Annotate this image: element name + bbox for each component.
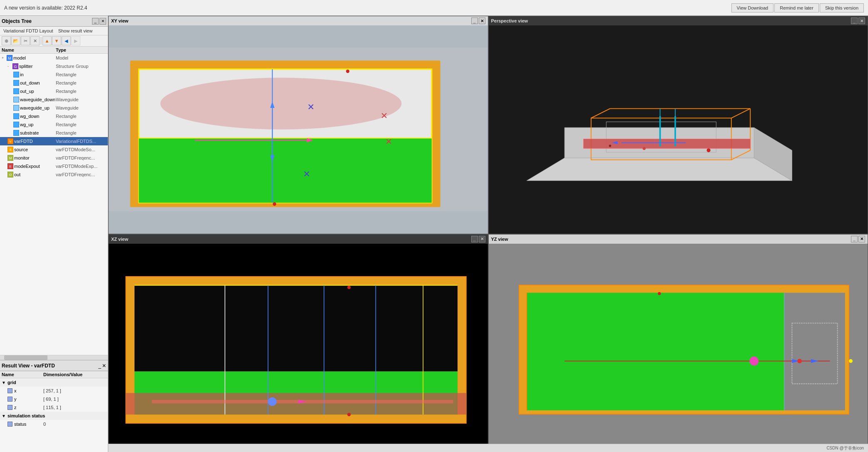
tree-type-model: Model [56,55,106,60]
objects-tree-close[interactable]: ✕ [99,18,106,25]
tree-row-modeexpout[interactable]: E modeExpout varFDTDModeExp... [0,162,108,170]
svg-rect-46 [126,393,466,415]
xy-view-title: XY view [111,18,128,23]
status-bar: CSDN @于非鱼icon [108,444,868,452]
svg-point-18 [273,202,276,206]
yz-view-close[interactable]: ✕ [858,236,865,242]
tree-row-wg-down[interactable]: wg_down Rectangle [0,112,108,120]
tree-header: Name Type [0,47,108,54]
result-val-x: [ 257, 1 ] [43,388,106,393]
xz-view-panel: XZ view _ ✕ [108,234,488,452]
toolbar-left[interactable]: ◀ [62,36,71,45]
svg-point-17 [346,70,349,73]
tree-row-waveguide-down[interactable]: waveguide_down Waveguide [0,95,108,104]
result-group-grid-label: grid [7,380,16,385]
persp-canvas[interactable] [489,25,868,234]
objects-tree-scrollbar[interactable] [0,355,108,360]
toolbar-delete[interactable]: ✕ [30,36,40,45]
result-view-title: Result View - varFDTD [2,363,55,369]
out-icon: O [7,172,13,177]
persp-view-close[interactable]: ✕ [858,17,865,24]
grid-icon-y [7,397,12,402]
svg-point-38 [706,148,710,152]
tree-row-varfdtd[interactable]: V varFDTD VariationalFDTDS... [0,137,108,145]
tree-node-wg-down: wg_down [20,114,39,119]
menu-show-result[interactable]: Show result view [56,27,95,34]
toolbar-add[interactable]: ⊕ [2,36,11,45]
xz-view-close[interactable]: ✕ [479,236,485,242]
skip-version-button[interactable]: Skip this version [820,3,864,12]
tree-row-out-down[interactable]: out_down Rectangle [0,79,108,87]
toolbar-down[interactable]: ▼ [52,36,61,45]
xz-view-minimize[interactable]: _ [471,236,478,242]
svg-text:✕: ✕ [307,102,315,112]
tree-node-waveguide-up: waveguide_up [20,105,50,110]
xy-view-titlebar: XY view _ ✕ [109,16,488,25]
grid-icon-x [7,388,12,393]
model-icon: M [7,55,12,61]
tree-row-source[interactable]: S source varFDTDModeSo... [0,145,108,154]
result-table: Name Dimensions/Value ▼ grid x [ 257, 1 … [0,371,108,452]
svg-point-70 [848,359,852,363]
viewport-area: XY view _ ✕ [108,16,868,452]
xy-view-close[interactable]: ✕ [479,17,485,24]
yz-view-minimize[interactable]: _ [851,236,858,242]
toolbar-separator-1 [41,37,41,45]
result-val-status: 0 [43,422,106,427]
tree-row-out[interactable]: O out varFDTDFreqenc... [0,170,108,179]
result-view-close[interactable]: ✕ [102,363,106,369]
grid-expand[interactable]: ▼ [2,380,6,385]
result-col-name: Name [2,372,43,377]
tree-type-varfdtd: VariationalFDTDS... [56,139,106,144]
simstatus-expand[interactable]: ▼ [2,414,6,418]
expand-model[interactable]: + [2,56,6,60]
svg-point-40 [609,145,611,147]
tree-type-out: varFDTDFreqenc... [56,172,106,177]
tree-row-splitter[interactable]: - G splitter Structure Group [0,62,108,70]
tree-row-waveguide-up[interactable]: waveguide_up Waveguide [0,104,108,112]
toolbar-cut[interactable]: ✂ [21,36,30,45]
objects-tree-title: Objects Tree [2,18,32,24]
xy-canvas[interactable]: ✕ ✕ ✕ ✕ [109,25,488,234]
svg-marker-20 [527,158,792,181]
remind-later-button[interactable]: Remind me later [774,3,819,12]
result-view-minimize[interactable]: _ [98,363,101,369]
svg-point-71 [658,292,661,295]
tree-type-wg-up: Rectangle [56,122,106,127]
svg-rect-59 [527,292,784,410]
menu-variational-fdtd[interactable]: Variational FDTD Layout [1,27,56,34]
tree-row-monitor[interactable]: M monitor varFDTDFreqenc... [0,154,108,162]
expand-splitter[interactable]: - [7,64,12,68]
tree-row-wg-up[interactable]: wg_up Rectangle [0,120,108,129]
yz-canvas[interactable] [489,244,868,452]
toolbar-folder[interactable]: 📂 [11,36,20,45]
in-icon [13,72,19,77]
result-group-grid: ▼ grid [0,378,108,387]
yz-view-panel: YZ view _ ✕ [488,234,868,452]
yz-view-title: YZ view [491,237,508,242]
svg-rect-32 [659,116,661,147]
xy-view-minimize[interactable]: _ [471,17,478,24]
tree-node-splitter: splitter [19,64,32,69]
update-bar: A new version is available: 2022 R2.4 Vi… [0,0,868,16]
result-name-status: status [14,422,26,427]
toolbar-up[interactable]: ▲ [42,36,52,45]
perspective-view-panel: Perspective view _ ✕ [488,16,868,234]
svg-rect-43 [134,285,458,371]
xz-canvas[interactable] [109,244,488,452]
view-download-button[interactable]: View Download [731,3,774,12]
watermark: CSDN @于非鱼icon [826,445,864,451]
result-group-simstatus-label: simulation status [7,413,45,418]
tree-type-waveguide-down: Waveguide [56,97,106,102]
xz-view-titlebar: XZ view _ ✕ [109,235,488,244]
persp-view-minimize[interactable]: _ [851,17,858,24]
tree-row-model[interactable]: + M model Model [0,54,108,62]
tree-node-varfdtd: varFDTD [14,139,33,144]
tree-row-in[interactable]: in Rectangle [0,70,108,79]
tree-type-in: Rectangle [56,72,106,77]
objects-tree-minimize[interactable]: _ [92,18,99,25]
tree-row-out-up[interactable]: out_up Rectangle [0,87,108,95]
tree-row-substrate[interactable]: substrate Rectangle [0,129,108,137]
toolbar-right[interactable]: ▶ [71,36,80,45]
tree-node-model: model [13,55,26,60]
